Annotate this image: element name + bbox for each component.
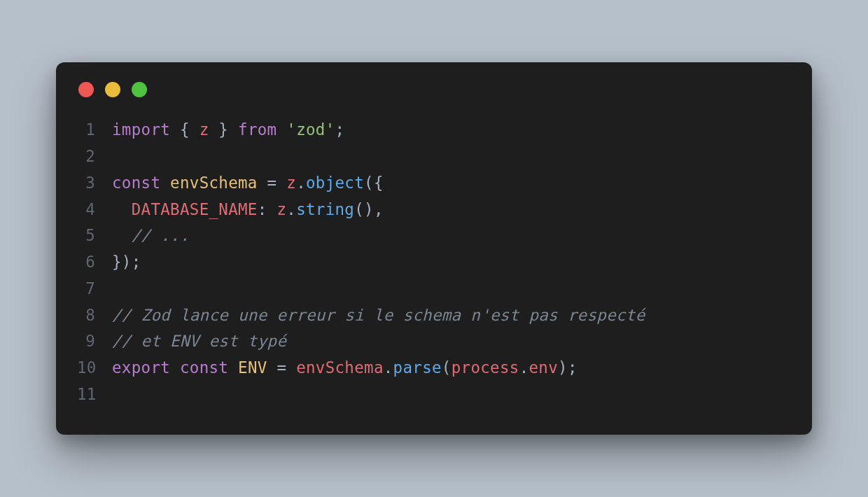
code-content: // et ENV est typé xyxy=(112,328,286,355)
code-content: export const ENV = envSchema.parse(proce… xyxy=(112,355,578,382)
code-line: 10export const ENV = envSchema.parse(pro… xyxy=(77,355,791,382)
line-number: 4 xyxy=(77,197,112,223)
code-token: envSchema xyxy=(296,358,384,377)
code-content: }); xyxy=(112,249,141,276)
code-token: ); xyxy=(558,358,578,377)
line-number: 10 xyxy=(77,355,112,382)
code-token xyxy=(276,120,286,139)
code-token xyxy=(228,358,238,377)
code-token: = xyxy=(267,358,297,377)
code-editor-window: 1import { z } from 'zod';23const envSche… xyxy=(56,62,812,435)
code-token: object xyxy=(306,174,364,192)
line-number: 6 xyxy=(77,249,112,276)
code-token: const xyxy=(112,174,160,192)
code-content: import { z } from 'zod'; xyxy=(112,117,344,144)
code-token: export xyxy=(112,358,170,377)
line-number: 2 xyxy=(77,144,112,170)
code-line: 1import { z } from 'zod'; xyxy=(77,117,791,144)
line-number: 1 xyxy=(77,117,112,144)
code-token: parse xyxy=(393,358,442,377)
code-content: // Zod lance une erreur si le schema n'e… xyxy=(112,302,645,329)
code-content: // ... xyxy=(112,223,190,249)
code-line: 9// et ENV est typé xyxy=(77,328,791,355)
code-token: ENV xyxy=(238,358,267,377)
code-token: = xyxy=(258,174,287,192)
code-content: DATABASE_NAME: z.string(), xyxy=(112,197,384,223)
code-token: // ... xyxy=(132,226,190,244)
code-token xyxy=(170,358,180,377)
code-token: z xyxy=(286,174,296,192)
line-number: 9 xyxy=(77,328,112,355)
code-token: . xyxy=(286,200,296,218)
code-line: 6}); xyxy=(77,249,791,276)
minimize-icon[interactable] xyxy=(105,82,120,97)
code-token: 'zod' xyxy=(286,120,335,139)
code-content: const envSchema = z.object({ xyxy=(112,170,384,197)
code-token: DATABASE_NAME xyxy=(132,200,258,218)
code-token: from xyxy=(238,120,276,139)
code-token xyxy=(112,226,132,244)
code-line: 5 // ... xyxy=(77,223,791,249)
line-number: 5 xyxy=(77,223,112,249)
close-icon[interactable] xyxy=(78,82,94,97)
code-line: 2 xyxy=(77,144,791,170)
line-number: 11 xyxy=(77,382,112,408)
code-token: ({ xyxy=(364,174,384,192)
code-line: 7 xyxy=(77,276,791,302)
code-token: { xyxy=(170,120,200,139)
code-token: env xyxy=(529,358,559,377)
maximize-icon[interactable] xyxy=(132,82,147,97)
code-token: ( xyxy=(442,358,451,377)
code-line: 4 DATABASE_NAME: z.string(), xyxy=(77,197,791,223)
code-token: string xyxy=(296,200,354,218)
code-line: 3const envSchema = z.object({ xyxy=(77,170,791,197)
code-token: // et ENV est typé xyxy=(112,332,286,350)
code-token: process xyxy=(451,358,519,377)
code-token: . xyxy=(296,174,306,192)
code-token: z xyxy=(276,200,286,218)
code-line: 8// Zod lance une erreur si le schema n'… xyxy=(77,302,791,329)
line-number: 7 xyxy=(77,276,112,302)
code-token: envSchema xyxy=(170,174,258,192)
code-token: } xyxy=(209,120,238,139)
code-token: : xyxy=(258,200,277,218)
code-area[interactable]: 1import { z } from 'zod';23const envSche… xyxy=(77,117,791,408)
code-token: z xyxy=(200,120,209,139)
code-token: . xyxy=(384,358,393,377)
code-token: ; xyxy=(335,120,345,139)
code-token: const xyxy=(180,358,228,377)
code-line: 11 xyxy=(77,382,791,408)
line-number: 3 xyxy=(77,170,112,197)
code-token: }); xyxy=(112,253,141,271)
code-token xyxy=(160,174,170,192)
code-token xyxy=(112,200,132,218)
code-token: import xyxy=(112,120,170,139)
line-number: 8 xyxy=(77,302,112,329)
code-token: (), xyxy=(354,200,384,218)
window-traffic-lights xyxy=(77,82,791,97)
code-token: . xyxy=(519,358,529,377)
code-token: // Zod lance une erreur si le schema n'e… xyxy=(112,306,645,324)
